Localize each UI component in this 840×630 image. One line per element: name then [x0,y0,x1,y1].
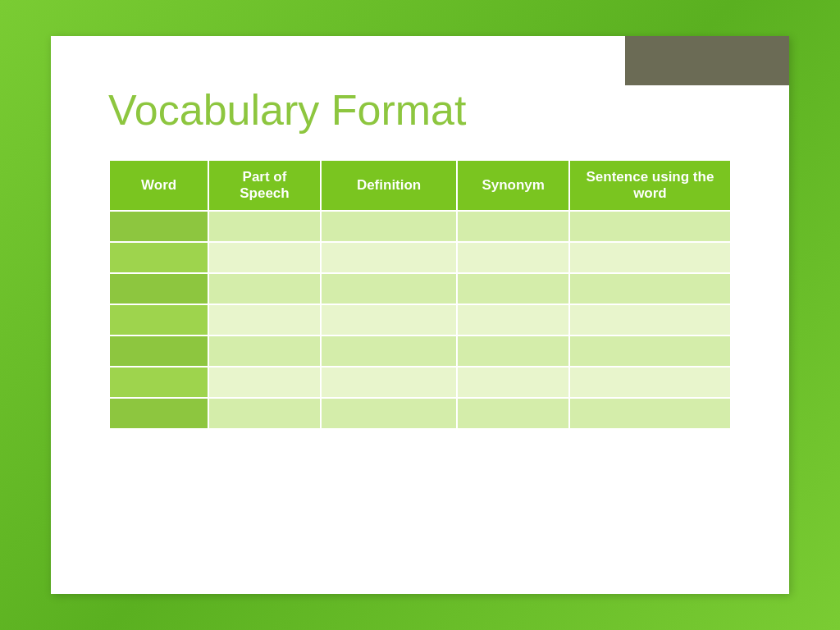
cell-pos [208,304,320,336]
cell-pos [208,336,320,367]
cell-syn [457,242,568,273]
table-row [109,398,731,429]
table-row [109,367,731,398]
cell-sent [569,242,731,273]
cell-def [321,273,458,304]
table-row [109,273,731,304]
table-row [109,242,731,273]
cell-syn [457,211,568,242]
cell-sent [569,398,731,429]
table-row [109,336,731,367]
header-word: Word [109,160,208,211]
header-sentence: Sentence using the word [569,160,731,211]
cell-syn [457,304,568,336]
header-synonym: Synonym [457,160,568,211]
cell-word [109,273,208,304]
cell-word [109,398,208,429]
vocabulary-table: Word Part of Speech Definition Synonym S… [108,159,732,430]
cell-pos [208,273,320,304]
cell-sent [569,211,731,242]
cell-def [321,398,458,429]
cell-def [321,336,458,367]
cell-word [109,367,208,398]
cell-syn [457,367,568,398]
slide-title: Vocabulary Format [108,85,732,135]
cell-syn [457,273,568,304]
cell-word [109,336,208,367]
cell-sent [569,336,731,367]
cell-word [109,211,208,242]
cell-syn [457,398,568,429]
cell-sent [569,367,731,398]
header-pos: Part of Speech [208,160,320,211]
top-right-decoration [625,36,789,85]
cell-word [109,242,208,273]
cell-def [321,367,458,398]
table-header-row: Word Part of Speech Definition Synonym S… [109,160,731,211]
cell-def [321,304,458,336]
cell-def [321,242,458,273]
cell-pos [208,211,320,242]
slide-content: Vocabulary Format Word Part of Speech De… [51,36,789,463]
table-row [109,211,731,242]
cell-def [321,211,458,242]
cell-pos [208,242,320,273]
header-definition: Definition [321,160,458,211]
slide-container: Vocabulary Format Word Part of Speech De… [51,36,789,594]
cell-syn [457,336,568,367]
cell-sent [569,273,731,304]
table-row [109,304,731,336]
cell-pos [208,398,320,429]
cell-word [109,304,208,336]
cell-sent [569,304,731,336]
cell-pos [208,367,320,398]
